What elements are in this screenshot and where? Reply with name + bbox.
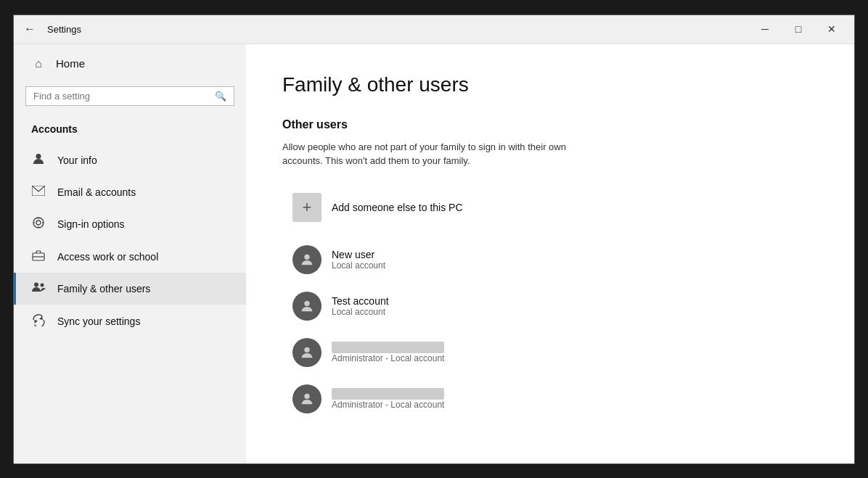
user-type-admin-1: Administrator - Local account <box>332 353 444 363</box>
user-name-new-user: New user <box>332 249 385 260</box>
access-work-icon <box>31 250 46 264</box>
user-avatar-new-user <box>292 245 322 274</box>
svg-point-15 <box>304 393 309 398</box>
window-controls: ─ □ ✕ <box>748 17 848 41</box>
titlebar: ← Settings ─ □ ✕ <box>14 15 854 44</box>
page-title: Family & other users <box>282 73 818 96</box>
user-item-new-user[interactable]: New user Local account <box>282 238 818 281</box>
email-accounts-label: Email & accounts <box>57 186 136 198</box>
settings-window: ← Settings ─ □ ✕ ⌂ Home 🔍 Accounts <box>13 15 855 464</box>
maximize-button[interactable]: □ <box>782 17 815 41</box>
sidebar-item-access-work[interactable]: Access work or school <box>14 241 246 273</box>
svg-point-10 <box>34 282 38 287</box>
sidebar-item-family-users[interactable]: Family & other users <box>14 273 246 305</box>
sidebar-item-your-info[interactable]: Your info <box>14 144 246 177</box>
sidebar-item-email-accounts[interactable]: Email & accounts <box>14 177 246 207</box>
svg-point-14 <box>304 347 309 352</box>
svg-point-0 <box>36 154 41 159</box>
user-item-test-account[interactable]: Test account Local account <box>282 284 818 328</box>
sidebar: ⌂ Home 🔍 Accounts Your info <box>14 44 246 463</box>
svg-point-11 <box>41 283 44 287</box>
email-icon <box>31 186 46 199</box>
add-user-label: Add someone else to this PC <box>332 202 463 213</box>
family-users-label: Family & other users <box>57 283 150 294</box>
svg-point-13 <box>304 300 309 305</box>
other-users-desc: Allow people who are not part of your fa… <box>282 140 602 168</box>
user-info-test-account: Test account Local account <box>332 295 389 317</box>
window-content: ⌂ Home 🔍 Accounts Your info <box>14 44 854 463</box>
sync-settings-label: Sync your settings <box>57 316 140 327</box>
home-label: Home <box>56 57 85 70</box>
home-icon: ⌂ <box>31 57 46 70</box>
user-name-admin-2: ████████ <box>332 388 444 400</box>
main-content: Family & other users Other users Allow p… <box>246 44 854 463</box>
family-users-icon <box>31 281 46 296</box>
user-item-admin-2[interactable]: ████████ Administrator - Local account <box>282 377 818 421</box>
svg-point-12 <box>304 254 309 259</box>
user-avatar-admin-1 <box>292 338 322 367</box>
user-avatar-test-account <box>292 292 322 321</box>
sidebar-item-sync-settings[interactable]: Sync your settings <box>14 305 246 338</box>
search-box: 🔍 <box>25 86 234 106</box>
user-item-admin-1[interactable]: ████████ Administrator - Local account <box>282 331 818 374</box>
user-type-admin-2: Administrator - Local account <box>332 400 444 410</box>
user-name-test-account: Test account <box>332 295 389 307</box>
accounts-section-title: Accounts <box>14 118 246 144</box>
window-title: Settings <box>47 24 81 35</box>
user-avatar-admin-2 <box>292 384 322 413</box>
add-user-button[interactable]: + Add someone else to this PC <box>282 186 473 229</box>
user-info-admin-2: ████████ Administrator - Local account <box>332 388 444 410</box>
your-info-icon <box>31 152 46 168</box>
other-users-title: Other users <box>282 118 818 131</box>
user-type-new-user: Local account <box>332 260 385 271</box>
access-work-label: Access work or school <box>57 251 158 263</box>
sidebar-item-sign-in[interactable]: Sign-in options <box>14 207 246 241</box>
user-type-test-account: Local account <box>332 307 389 317</box>
titlebar-left: ← Settings <box>20 20 81 38</box>
svg-point-2 <box>33 218 44 228</box>
user-info-new-user: New user Local account <box>332 249 385 271</box>
sign-in-label: Sign-in options <box>57 218 125 230</box>
user-info-admin-1: ████████ Administrator - Local account <box>332 342 444 363</box>
add-icon: + <box>292 193 322 222</box>
search-icon: 🔍 <box>215 91 226 102</box>
svg-point-3 <box>36 221 41 225</box>
sync-icon <box>31 313 46 329</box>
back-button[interactable]: ← <box>20 20 40 38</box>
search-input[interactable] <box>33 91 210 102</box>
your-info-label: Your info <box>57 154 97 166</box>
sidebar-home[interactable]: ⌂ Home <box>14 44 246 83</box>
minimize-button[interactable]: ─ <box>748 17 782 41</box>
user-name-admin-1: ████████ <box>332 342 444 353</box>
close-button[interactable]: ✕ <box>815 17 848 41</box>
sign-in-icon <box>31 216 46 232</box>
